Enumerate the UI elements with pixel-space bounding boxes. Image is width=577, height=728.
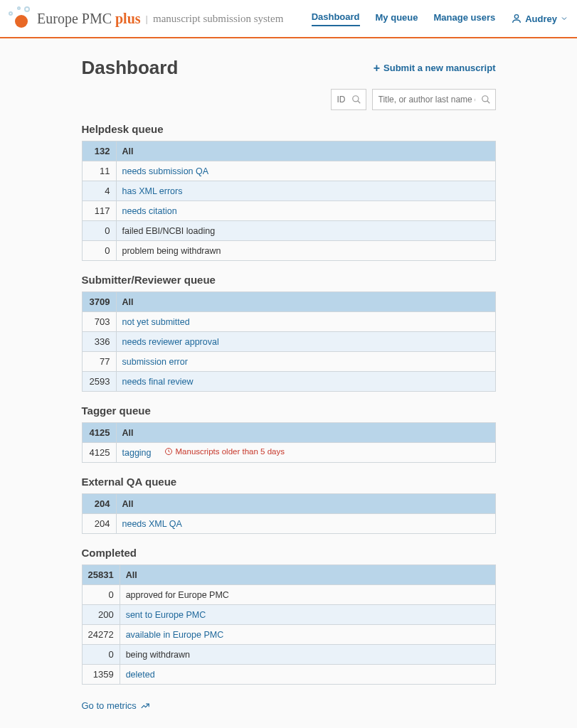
brand-subtitle: manuscript submission system xyxy=(153,13,283,25)
row-count: 200 xyxy=(82,605,120,625)
page-title: Dashboard xyxy=(82,57,179,79)
row-label: sent to Europe PMC xyxy=(120,605,495,625)
total-label: All xyxy=(120,565,495,585)
table-row: 336needs reviewer approval xyxy=(82,332,495,352)
queue-filter-link[interactable]: sent to Europe PMC xyxy=(126,610,206,620)
queue-filter-link[interactable]: has XML errors xyxy=(122,186,183,196)
svg-point-3 xyxy=(482,96,487,102)
total-label: All xyxy=(116,494,495,514)
table-row: 0problem being withdrawn xyxy=(82,241,495,261)
queue-filter-link[interactable]: tagging xyxy=(122,448,152,458)
trend-up-icon xyxy=(140,701,150,711)
row-label: submission error xyxy=(116,352,495,372)
table-header-row: 4125All xyxy=(82,423,495,443)
user-name: Audrey xyxy=(525,14,557,24)
metrics-label: Go to metrics xyxy=(82,700,137,711)
row-count: 0 xyxy=(82,241,116,261)
svg-line-2 xyxy=(357,101,360,104)
warning-badge: Manuscripts older than 5 days xyxy=(164,447,285,456)
section-title-completed: Completed xyxy=(82,547,496,559)
table-header-row: 25831All xyxy=(82,565,495,585)
queue-filter-link[interactable]: needs citation xyxy=(122,206,177,216)
section-title-helpdesk: Helpdesk queue xyxy=(82,123,496,135)
nav-manage-users[interactable]: Manage users xyxy=(434,12,496,26)
search-title-input[interactable] xyxy=(373,90,495,109)
row-label: deleted xyxy=(120,665,495,685)
row-label: problem being withdrawn xyxy=(116,241,495,261)
table-row: 2593needs final review xyxy=(82,372,495,392)
total-count: 204 xyxy=(82,494,116,514)
svg-point-1 xyxy=(352,96,358,102)
svg-point-0 xyxy=(515,15,519,18)
section-title-submitter: Submitter/Reviewer queue xyxy=(82,274,496,286)
total-count: 4125 xyxy=(82,423,116,443)
nav-my-queue[interactable]: My queue xyxy=(376,12,418,26)
user-menu[interactable]: Audrey xyxy=(511,13,568,24)
table-row: 0failed EBI/NCBI loading xyxy=(82,221,495,241)
table-row: 4125taggingManuscripts older than 5 days xyxy=(82,443,495,463)
queue-filter-link[interactable]: needs XML QA xyxy=(122,519,182,529)
queue-table-tagger: 4125All4125taggingManuscripts older than… xyxy=(82,422,496,463)
row-count: 77 xyxy=(82,352,116,372)
go-to-metrics-link[interactable]: Go to metrics xyxy=(82,700,150,711)
submit-manuscript-button[interactable]: + Submit a new manuscript xyxy=(374,62,496,75)
row-count: 4 xyxy=(82,181,116,201)
search-title-box xyxy=(372,89,496,110)
table-row: 11needs submission QA xyxy=(82,161,495,181)
nav-dashboard[interactable]: Dashboard xyxy=(312,11,360,26)
row-count: 24272 xyxy=(82,625,120,645)
queue-filter-link[interactable]: submission error xyxy=(122,357,188,367)
brand-name: Europe PMC plus xyxy=(37,11,141,27)
total-label: All xyxy=(116,141,495,161)
row-count: 0 xyxy=(82,221,116,241)
total-count: 132 xyxy=(82,141,116,161)
main-content: Dashboard + Submit a new manuscript Help… xyxy=(82,38,496,728)
table-header-row: 3709All xyxy=(82,292,495,312)
row-count: 204 xyxy=(82,514,116,534)
main-nav: Dashboard My queue Manage users Audrey xyxy=(312,11,568,26)
row-label: needs XML QA xyxy=(116,514,495,534)
row-label: failed EBI/NCBI loading xyxy=(116,221,495,241)
submit-label: Submit a new manuscript xyxy=(383,63,495,73)
row-label: needs citation xyxy=(116,201,495,221)
section-title-tagger: Tagger queue xyxy=(82,405,496,417)
row-label: available in Europe PMC xyxy=(120,625,495,645)
table-header-row: 132All xyxy=(82,141,495,161)
total-count: 3709 xyxy=(82,292,116,312)
row-count: 0 xyxy=(82,645,120,665)
table-row: 204needs XML QA xyxy=(82,514,495,534)
row-label: being withdrawn xyxy=(120,645,495,665)
row-count: 117 xyxy=(82,201,116,221)
queue-table-completed: 25831All0approved for Europe PMC200sent … xyxy=(82,564,496,685)
table-row: 4has XML errors xyxy=(82,181,495,201)
table-row: 24272available in Europe PMC xyxy=(82,625,495,645)
queue-table-helpdesk: 132All11needs submission QA4has XML erro… xyxy=(82,141,496,261)
clock-alert-icon xyxy=(164,447,173,456)
queue-table-external: 204All204needs XML QA xyxy=(82,493,496,534)
queue-filter-link[interactable]: needs submission QA xyxy=(122,166,209,176)
section-title-external: External QA queue xyxy=(82,476,496,488)
row-count: 703 xyxy=(82,312,116,332)
table-row: 200sent to Europe PMC xyxy=(82,605,495,625)
total-label: All xyxy=(116,292,495,312)
plus-icon: + xyxy=(374,62,380,75)
top-bar: Europe PMC plus | manuscript submission … xyxy=(0,0,577,38)
brand-divider: | xyxy=(146,14,148,24)
queue-filter-link[interactable]: deleted xyxy=(126,670,155,680)
queue-filter-link[interactable]: needs final review xyxy=(122,377,194,387)
table-row: 703not yet submitted xyxy=(82,312,495,332)
queue-table-submitter: 3709All703not yet submitted336needs revi… xyxy=(82,291,496,392)
queue-filter-link[interactable]: needs reviewer approval xyxy=(122,337,219,347)
chevron-down-icon xyxy=(560,14,568,23)
row-label: needs submission QA xyxy=(116,161,495,181)
search-icon[interactable] xyxy=(351,95,361,105)
row-label: approved for Europe PMC xyxy=(120,585,495,605)
row-label: taggingManuscripts older than 5 days xyxy=(116,443,495,463)
table-row: 0being withdrawn xyxy=(82,645,495,665)
queue-filter-link[interactable]: not yet submitted xyxy=(122,317,190,327)
row-count: 2593 xyxy=(82,372,116,392)
row-count: 0 xyxy=(82,585,120,605)
search-icon[interactable] xyxy=(481,95,491,105)
queue-filter-link[interactable]: available in Europe PMC xyxy=(126,630,224,640)
row-count: 11 xyxy=(82,161,116,181)
